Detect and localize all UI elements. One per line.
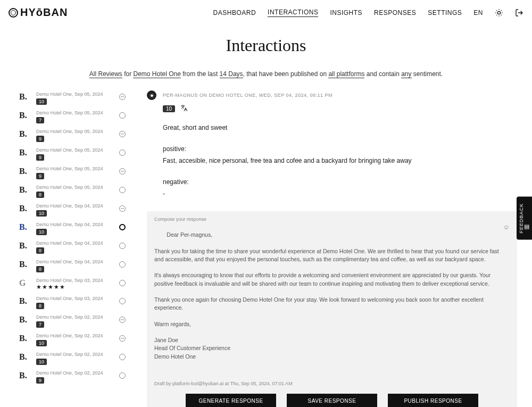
platform-icon: B. [19, 129, 31, 138]
status-icon [119, 131, 126, 137]
status-icon [119, 149, 126, 156]
list-item[interactable]: B.Demo Hotel One, Sep 04, 202410 [19, 221, 126, 239]
list-item[interactable]: B.Demo Hotel One, Sep 04, 20248 [19, 258, 126, 277]
rating-badge: 10 [36, 98, 47, 105]
list-item[interactable]: B.Demo Hotel One, Sep 02, 202410 [19, 351, 126, 369]
logout-icon[interactable] [515, 9, 523, 17]
item-meta: Demo Hotel One, Sep 02, 2024 [36, 370, 114, 376]
item-meta: Demo Hotel One, Sep 02, 2024 [36, 352, 114, 357]
filter-all-reviews[interactable]: All Reviews [89, 70, 122, 78]
list-item[interactable]: B.Demo Hotel One, Sep 02, 202410 [19, 332, 126, 351]
feedback-icon: ▤ [524, 223, 530, 230]
page-title: Interactions [0, 36, 532, 55]
platform-icon: B. [19, 240, 31, 250]
brand-logo[interactable]: HYōBAN [9, 6, 68, 19]
generate-response-button[interactable]: GENERATE RESPONSE [186, 394, 276, 407]
item-meta: Demo Hotel One, Sep 04, 2024 [36, 240, 114, 246]
platform-icon: B. [19, 203, 31, 213]
feedback-tab[interactable]: FEEDBACK ▤ [517, 197, 532, 240]
item-meta: Demo Hotel One, Sep 05, 2024 [36, 166, 114, 171]
status-icon [119, 280, 126, 286]
list-item[interactable]: B.Demo Hotel One, Sep 05, 20248 [19, 184, 126, 202]
main-nav: DASHBOARD INTERACTIONS INSIGHTS RESPONSE… [213, 9, 523, 17]
review-list: B.Demo Hotel One, Sep 05, 202410B.Demo H… [19, 90, 126, 388]
item-meta: Demo Hotel One, Sep 03, 2024 [36, 278, 114, 283]
list-item[interactable]: B.Demo Hotel One, Sep 05, 20249 [19, 146, 126, 165]
status-icon [119, 298, 126, 304]
status-icon [119, 354, 126, 360]
rating-badge: 10 [36, 340, 47, 346]
rating-badge: 9 [36, 136, 44, 142]
lang-switch[interactable]: EN [473, 9, 483, 16]
platform-icon: B. [19, 259, 31, 269]
logo-icon [9, 8, 18, 18]
item-meta: Demo Hotel One, Sep 04, 2024 [36, 259, 114, 264]
list-item[interactable]: B.Demo Hotel One, Sep 02, 2024 [19, 388, 126, 388]
filter-hotel[interactable]: Demo Hotel One [133, 70, 180, 78]
list-item[interactable]: GDemo Hotel One, Sep 03, 2024★★★★★ [19, 277, 126, 295]
rating-badge: 7 [36, 321, 44, 328]
emoji-icon[interactable]: ☺ [503, 223, 510, 232]
filter-days[interactable]: 14 Days [220, 70, 243, 78]
rating-badge: 8 [36, 247, 44, 254]
platform-icon: B. [19, 185, 31, 194]
publish-response-button[interactable]: PUBLISH RESPONSE [388, 394, 478, 407]
nav-settings[interactable]: SETTINGS [428, 9, 462, 16]
draft-attribution: Draft by platform-bot@hyoban.ai at Thu, … [154, 381, 510, 386]
rating-badge: 8 [36, 266, 44, 272]
list-item[interactable]: B.Demo Hotel One, Sep 05, 202410 [19, 90, 126, 109]
platform-icon: G [19, 278, 31, 287]
status-icon [119, 243, 126, 249]
list-item[interactable]: B.Demo Hotel One, Sep 05, 20249 [19, 165, 126, 184]
platform-icon: B. [19, 333, 31, 343]
item-meta: Demo Hotel One, Sep 04, 2024 [36, 203, 114, 209]
item-meta: Demo Hotel One, Sep 05, 2024 [36, 129, 114, 134]
list-item[interactable]: B.Demo Hotel One, Sep 04, 20248 [19, 239, 126, 258]
nav-insights[interactable]: INSIGHTS [330, 9, 362, 16]
platform-icon: B. [19, 147, 31, 157]
filter-platforms[interactable]: all plattforms [328, 70, 364, 78]
list-item[interactable]: B.Demo Hotel One, Sep 04, 202410 [19, 202, 126, 221]
save-response-button[interactable]: SAVE RESPONSE [287, 394, 377, 407]
status-icon [119, 94, 126, 100]
list-item[interactable]: B.Demo Hotel One, Sep 03, 20248 [19, 295, 126, 313]
item-meta: Demo Hotel One, Sep 02, 2024 [36, 333, 114, 338]
item-meta: Demo Hotel One, Sep 02, 2024 [36, 314, 114, 320]
rating-badge: 10 [36, 229, 47, 235]
list-item[interactable]: B.Demo Hotel One, Sep 05, 20249 [19, 128, 126, 146]
status-icon [119, 372, 126, 379]
brand-text: HYōBAN [20, 6, 68, 19]
platform-icon: B. [19, 314, 31, 324]
status-icon [119, 168, 126, 175]
list-item[interactable]: B.Demo Hotel One, Sep 02, 20249 [19, 369, 126, 388]
rating-badge: 10 [36, 210, 47, 217]
list-item[interactable]: B.Demo Hotel One, Sep 05, 20247 [19, 109, 126, 128]
theme-toggle-icon[interactable] [495, 9, 503, 17]
positive-text: Fast, accesible, nice personal, free tea… [163, 156, 517, 165]
rating-badge: 7 [36, 117, 44, 123]
platform-icon: B. [19, 296, 31, 305]
rating-badge: 9 [36, 154, 44, 161]
filter-sentiment[interactable]: any [401, 70, 411, 78]
status-icon [119, 335, 126, 342]
compose-textarea[interactable]: Dear Per-magnus, Thank you for taking th… [154, 223, 510, 377]
positive-label: positive: [163, 144, 517, 154]
rating-badge: 8 [36, 303, 44, 309]
rating-badge: 9 [36, 173, 44, 179]
list-item[interactable]: B.Demo Hotel One, Sep 02, 20247 [19, 313, 126, 332]
rating-badge: 10 [36, 359, 47, 365]
negative-text: - [163, 189, 517, 198]
nav-interactions[interactable]: INTERACTIONS [268, 9, 318, 17]
compose-label: Compose your response [154, 217, 510, 222]
nav-responses[interactable]: RESPONSES [374, 9, 416, 16]
filter-summary: All Reviews for Demo Hotel One from the … [0, 70, 532, 78]
item-meta: Demo Hotel One, Sep 05, 2024 [36, 147, 114, 153]
item-meta: Demo Hotel One, Sep 03, 2024 [36, 296, 114, 301]
rating-badge: 8 [36, 192, 44, 198]
status-icon [119, 205, 126, 212]
compose-panel: Compose your response Dear Per-magnus, T… [147, 211, 517, 407]
nav-dashboard[interactable]: DASHBOARD [213, 9, 256, 16]
platform-icon: B. [19, 370, 31, 380]
translate-icon[interactable] [180, 104, 188, 113]
item-meta: Demo Hotel One, Sep 04, 2024 [36, 222, 114, 227]
